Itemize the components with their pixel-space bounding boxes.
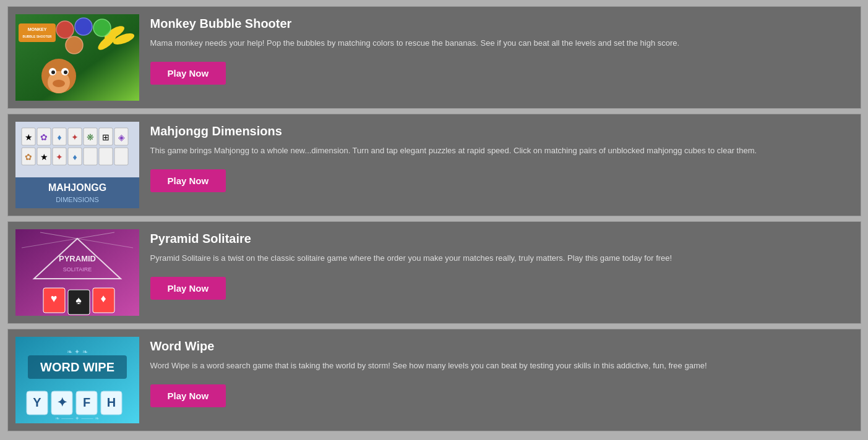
- svg-point-15: [53, 80, 65, 87]
- game-title-pyramid-solitaire: Pyramid Solitaire: [150, 232, 853, 246]
- svg-text:MAHJONGG: MAHJONGG: [48, 182, 106, 193]
- game-thumbnail-word-wipe: ❧ ✦ ❧ WORD WIPE Y ✦ F H ❧ ─── ✦ ─── ❧: [15, 337, 139, 423]
- svg-text:Y: Y: [33, 396, 41, 409]
- svg-text:✦: ✦: [56, 396, 67, 409]
- play-button-mahjongg-dimensions[interactable]: Play Now: [150, 169, 226, 192]
- svg-text:⊞: ⊞: [102, 132, 110, 142]
- game-card-mahjongg-dimensions: ★ ✿ ♦ ✦ ❋ ⊞ ◈ ✿ ★ ✦ ♦ MAHJONGG DIMENSION…: [7, 114, 861, 216]
- svg-text:BUBBLE SHOOTER: BUBBLE SHOOTER: [22, 35, 51, 38]
- svg-rect-33: [114, 148, 128, 165]
- svg-text:★: ★: [24, 132, 32, 142]
- svg-text:♦: ♦: [72, 152, 77, 162]
- svg-text:❋: ❋: [87, 132, 94, 142]
- game-info-pyramid-solitaire: Pyramid SolitairePyramid Solitaire is a …: [150, 229, 853, 300]
- svg-point-5: [56, 21, 74, 38]
- svg-text:✦: ✦: [56, 152, 63, 162]
- svg-text:PYRAMID: PYRAMID: [59, 254, 96, 263]
- game-card-word-wipe: ❧ ✦ ❧ WORD WIPE Y ✦ F H ❧ ─── ✦ ─── ❧ Wo…: [7, 329, 861, 431]
- svg-text:♥: ♥: [50, 292, 57, 305]
- svg-rect-31: [84, 148, 97, 165]
- svg-rect-16: [19, 23, 56, 42]
- svg-text:WORD WIPE: WORD WIPE: [40, 360, 114, 374]
- play-button-monkey-bubble-shooter[interactable]: Play Now: [150, 62, 226, 85]
- svg-text:♠: ♠: [75, 294, 82, 307]
- svg-text:◈: ◈: [118, 132, 124, 142]
- svg-point-6: [75, 18, 92, 35]
- play-button-word-wipe[interactable]: Play Now: [150, 384, 226, 407]
- svg-text:MONKEY: MONKEY: [27, 27, 46, 32]
- svg-text:♦: ♦: [100, 292, 106, 305]
- svg-text:♦: ♦: [57, 132, 61, 142]
- svg-point-7: [93, 19, 111, 36]
- svg-text:❧ ✦ ❧: ❧ ✦ ❧: [67, 348, 87, 355]
- game-info-word-wipe: Word WipeWord Wipe is a word search game…: [150, 337, 853, 407]
- game-title-monkey-bubble-shooter: Monkey Bubble Shooter: [150, 17, 853, 31]
- svg-text:✦: ✦: [71, 132, 79, 142]
- svg-point-8: [66, 36, 83, 54]
- play-button-pyramid-solitaire[interactable]: Play Now: [150, 277, 226, 300]
- game-card-monkey-bubble-shooter: MONKEY BUBBLE SHOOTER Monkey Bubble Shoo…: [7, 6, 861, 109]
- game-card-pyramid-solitaire: PYRAMID SOLITAIRE ♥ ♠ ♦ Pyramid Solitair…: [7, 221, 861, 324]
- svg-point-14: [64, 70, 67, 74]
- game-info-monkey-bubble-shooter: Monkey Bubble ShooterMama monkey needs y…: [150, 14, 853, 85]
- game-info-mahjongg-dimensions: Mahjongg DimensionsThis game brings Mahj…: [150, 122, 853, 192]
- svg-point-13: [51, 70, 55, 74]
- game-description-monkey-bubble-shooter: Mama monkey needs your help! Pop the bub…: [150, 37, 853, 49]
- svg-text:✿: ✿: [25, 152, 32, 162]
- game-description-word-wipe: Word Wipe is a word search game that is …: [150, 360, 853, 372]
- svg-text:SOLITAIRE: SOLITAIRE: [62, 266, 91, 273]
- svg-text:F: F: [82, 396, 90, 409]
- svg-rect-32: [99, 148, 113, 165]
- game-description-pyramid-solitaire: Pyramid Solitaire is a twist on the clas…: [150, 252, 853, 264]
- svg-text:❧ ─── ✦ ─── ❧: ❧ ─── ✦ ─── ❧: [54, 415, 99, 421]
- game-title-mahjongg-dimensions: Mahjongg Dimensions: [150, 124, 853, 138]
- svg-text:H: H: [106, 396, 115, 409]
- svg-text:★: ★: [40, 152, 48, 162]
- game-list: MONKEY BUBBLE SHOOTER Monkey Bubble Shoo…: [7, 6, 861, 431]
- game-thumbnail-mahjongg-dimensions: ★ ✿ ♦ ✦ ❋ ⊞ ◈ ✿ ★ ✦ ♦ MAHJONGG DIMENSION…: [15, 122, 139, 208]
- svg-text:✿: ✿: [40, 132, 48, 142]
- game-description-mahjongg-dimensions: This game brings Mahjongg to a whole new…: [150, 145, 853, 157]
- game-thumbnail-monkey-bubble-shooter: MONKEY BUBBLE SHOOTER: [15, 14, 139, 101]
- game-thumbnail-pyramid-solitaire: PYRAMID SOLITAIRE ♥ ♠ ♦: [15, 229, 139, 316]
- svg-text:DIMENSIONS: DIMENSIONS: [56, 196, 99, 203]
- game-title-word-wipe: Word Wipe: [150, 339, 853, 353]
